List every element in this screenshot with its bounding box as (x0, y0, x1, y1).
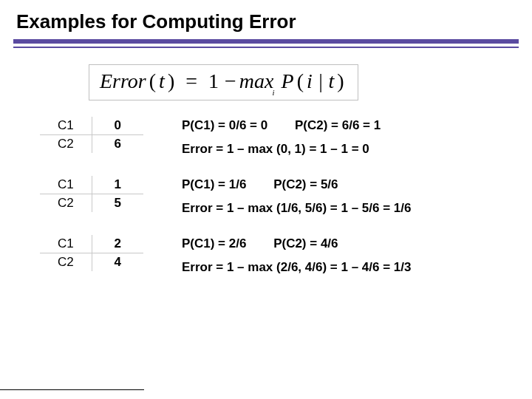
title-rule (13, 39, 519, 48)
table-row: C2 5 (40, 194, 143, 213)
formula-box: Error(t) = 1−maxi P(i | t) (89, 64, 358, 100)
class-label: C2 (40, 194, 92, 213)
pc1-text: P(C1) = 2/6 (182, 236, 246, 250)
table-row: C2 6 (40, 135, 143, 154)
example-block: C1 2 C2 4 P(C1) = 2/6 P(C2) = 4/6 Error … (40, 235, 532, 275)
formula-arg: t (159, 69, 165, 92)
table-row: C2 4 (40, 253, 143, 272)
error-line: Error = 1 – max (0, 1) = 1 – 1 = 0 (182, 142, 381, 157)
page-title: Examples for Computing Error (0, 0, 532, 39)
formula-lhs: Error (100, 69, 146, 92)
prob-line: P(C1) = 0/6 = 0 P(C2) = 6/6 = 1 (182, 118, 381, 133)
prob-line: P(C1) = 2/6 P(C2) = 4/6 (182, 236, 411, 251)
class-value: 1 (92, 176, 143, 194)
error-line: Error = 1 – max (2/6, 4/6) = 1 – 4/6 = 1… (182, 260, 411, 275)
pc1-text: P(C1) = 0/6 = 0 (182, 118, 267, 132)
pc2-text: P(C2) = 5/6 (273, 177, 338, 191)
error-formula: Error(t) = 1−maxi P(i | t) (100, 69, 347, 92)
class-value: 2 (92, 235, 143, 253)
table-row: C1 1 (40, 176, 143, 194)
formula-minus: − (222, 69, 239, 92)
class-table: C1 1 C2 5 (40, 176, 143, 212)
class-value: 4 (92, 253, 143, 272)
formula-max: max (239, 69, 274, 92)
class-value: 5 (92, 194, 143, 213)
error-line: Error = 1 – max (1/6, 5/6) = 1 – 5/6 = 1… (182, 201, 411, 216)
formula-eq: = (183, 69, 200, 92)
table-row: C1 0 (40, 117, 143, 135)
calc-lines: P(C1) = 0/6 = 0 P(C2) = 6/6 = 1 Error = … (182, 117, 381, 157)
class-label: C1 (40, 176, 92, 194)
pc2-text: P(C2) = 6/6 = 1 (295, 118, 381, 132)
table-row: C1 2 (40, 235, 143, 253)
pc2-text: P(C2) = 4/6 (273, 236, 338, 250)
class-label: C2 (40, 135, 92, 154)
footer-rule (0, 389, 144, 390)
class-label: C2 (40, 253, 92, 272)
class-value: 0 (92, 117, 143, 135)
example-block: C1 0 C2 6 P(C1) = 0/6 = 0 P(C2) = 6/6 = … (40, 117, 532, 157)
calc-lines: P(C1) = 1/6 P(C2) = 5/6 Error = 1 – max … (182, 176, 411, 216)
formula-one: 1 (205, 69, 222, 92)
class-table: C1 2 C2 4 (40, 235, 143, 271)
prob-line: P(C1) = 1/6 P(C2) = 5/6 (182, 177, 411, 192)
pc1-text: P(C1) = 1/6 (182, 177, 246, 191)
formula-p: P (282, 69, 294, 92)
calc-lines: P(C1) = 2/6 P(C2) = 4/6 Error = 1 – max … (182, 235, 411, 275)
class-label: C1 (40, 235, 92, 253)
class-value: 6 (92, 135, 143, 154)
class-table: C1 0 C2 6 (40, 117, 143, 153)
example-block: C1 1 C2 5 P(C1) = 1/6 P(C2) = 5/6 Error … (40, 176, 532, 216)
formula-cond: i | t (307, 69, 334, 92)
class-label: C1 (40, 117, 92, 135)
formula-sub: i (272, 88, 274, 97)
